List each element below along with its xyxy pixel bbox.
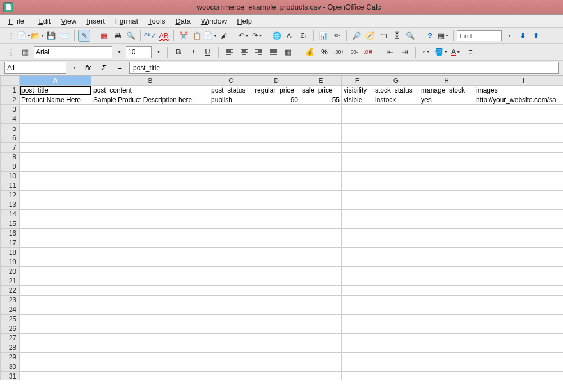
cell-D31[interactable]: [253, 372, 300, 380]
cell-I7[interactable]: [474, 143, 564, 153]
cell-H5[interactable]: [419, 124, 474, 133]
cell-G14[interactable]: [373, 210, 419, 219]
cell-F30[interactable]: [342, 362, 373, 372]
cell-E22[interactable]: [300, 286, 342, 296]
cell-C3[interactable]: [209, 105, 253, 114]
equals-button[interactable]: =: [113, 62, 126, 74]
cell-G13[interactable]: [373, 200, 419, 210]
cell-D30[interactable]: [253, 362, 300, 372]
cell-I12[interactable]: [474, 191, 564, 200]
cell-G17[interactable]: [373, 238, 419, 248]
cell-A7[interactable]: [20, 143, 91, 153]
cell-D12[interactable]: [253, 191, 300, 200]
cell-C7[interactable]: [209, 143, 253, 153]
cell-H21[interactable]: [419, 276, 474, 286]
cell-E28[interactable]: [300, 343, 342, 353]
cell-A13[interactable]: [20, 200, 91, 210]
cell-I11[interactable]: [474, 181, 564, 191]
cell-A15[interactable]: [20, 219, 91, 229]
cell-F24[interactable]: [342, 305, 373, 315]
cell-A6[interactable]: [20, 133, 91, 143]
cell-C27[interactable]: [209, 334, 253, 343]
cell-H12[interactable]: [419, 191, 474, 200]
menu-view[interactable]: View: [57, 15, 80, 27]
cell-G23[interactable]: [373, 296, 419, 305]
cell-D14[interactable]: [253, 210, 300, 219]
cell-H8[interactable]: [419, 153, 474, 162]
undo-button[interactable]: ↶▼: [237, 30, 250, 42]
row-header-7[interactable]: 7: [1, 143, 20, 153]
currency-button[interactable]: 💰: [304, 46, 316, 58]
row-header-18[interactable]: 18: [1, 248, 20, 257]
cell-B8[interactable]: [91, 153, 209, 162]
cell-D1[interactable]: regular_price: [253, 86, 300, 95]
cell-G1[interactable]: stock_status: [373, 86, 419, 95]
namebox-dropdown[interactable]: ▼: [70, 62, 79, 74]
cell-D29[interactable]: [253, 353, 300, 362]
row-header-29[interactable]: 29: [1, 353, 20, 362]
cell-I27[interactable]: [474, 334, 564, 343]
help-button[interactable]: ?: [424, 30, 436, 42]
menu-file[interactable]: File: [4, 15, 32, 27]
cell-E14[interactable]: [300, 210, 342, 219]
cell-F21[interactable]: [342, 276, 373, 286]
cell-F22[interactable]: [342, 286, 373, 296]
cell-G6[interactable]: [373, 133, 419, 143]
cell-B13[interactable]: [91, 200, 209, 210]
cell-C21[interactable]: [209, 276, 253, 286]
cell-G2[interactable]: instock: [373, 95, 419, 105]
cell-H23[interactable]: [419, 296, 474, 305]
cell-H2[interactable]: yes: [419, 95, 474, 105]
cell-H28[interactable]: [419, 343, 474, 353]
cell-H10[interactable]: [419, 172, 474, 181]
navigator-button[interactable]: 🧭: [364, 30, 376, 42]
cell-F7[interactable]: [342, 143, 373, 153]
print-preview-button[interactable]: 🔍: [125, 30, 137, 42]
zoom-button[interactable]: 🔍: [404, 30, 416, 42]
cell-F26[interactable]: [342, 324, 373, 334]
cell-G18[interactable]: [373, 248, 419, 257]
cell-F28[interactable]: [342, 343, 373, 353]
cell-C9[interactable]: [209, 162, 253, 172]
increase-indent-button[interactable]: ⇥: [399, 46, 411, 58]
cell-H18[interactable]: [419, 248, 474, 257]
cell-D28[interactable]: [253, 343, 300, 353]
cell-H29[interactable]: [419, 353, 474, 362]
cell-G22[interactable]: [373, 286, 419, 296]
col-header-H[interactable]: H: [419, 76, 474, 86]
cell-G30[interactable]: [373, 362, 419, 372]
underline-button[interactable]: U: [202, 46, 214, 58]
cell-C25[interactable]: [209, 315, 253, 324]
row-header-4[interactable]: 4: [1, 114, 20, 124]
cell-F6[interactable]: [342, 133, 373, 143]
cell-C5[interactable]: [209, 124, 253, 133]
cell-C15[interactable]: [209, 219, 253, 229]
cell-G25[interactable]: [373, 315, 419, 324]
cell-I2[interactable]: http://your_website.com/sa: [474, 95, 564, 105]
cell-C30[interactable]: [209, 362, 253, 372]
cell-B26[interactable]: [91, 324, 209, 334]
cell-E4[interactable]: [300, 114, 342, 124]
cell-E2[interactable]: 55: [300, 95, 342, 105]
row-header-22[interactable]: 22: [1, 286, 20, 296]
cell-I18[interactable]: [474, 248, 564, 257]
cell-G29[interactable]: [373, 353, 419, 362]
chart-button[interactable]: 📊: [317, 30, 329, 42]
paste-button[interactable]: 📄▼: [204, 30, 217, 42]
cell-B11[interactable]: [91, 181, 209, 191]
cell-A18[interactable]: [20, 248, 91, 257]
cell-G8[interactable]: [373, 153, 419, 162]
menu-format[interactable]: Format: [111, 15, 142, 27]
cell-D3[interactable]: [253, 105, 300, 114]
cell-G15[interactable]: [373, 219, 419, 229]
cell-G10[interactable]: [373, 172, 419, 181]
cell-C19[interactable]: [209, 257, 253, 267]
col-header-B[interactable]: B: [91, 76, 209, 86]
row-header-13[interactable]: 13: [1, 200, 20, 210]
cell-B12[interactable]: [91, 191, 209, 200]
format-paintbrush-button[interactable]: 🖌: [218, 30, 230, 42]
cell-D17[interactable]: [253, 238, 300, 248]
cell-A31[interactable]: [20, 372, 91, 380]
open-button[interactable]: 📂▼: [31, 30, 44, 42]
cell-A16[interactable]: [20, 229, 91, 238]
